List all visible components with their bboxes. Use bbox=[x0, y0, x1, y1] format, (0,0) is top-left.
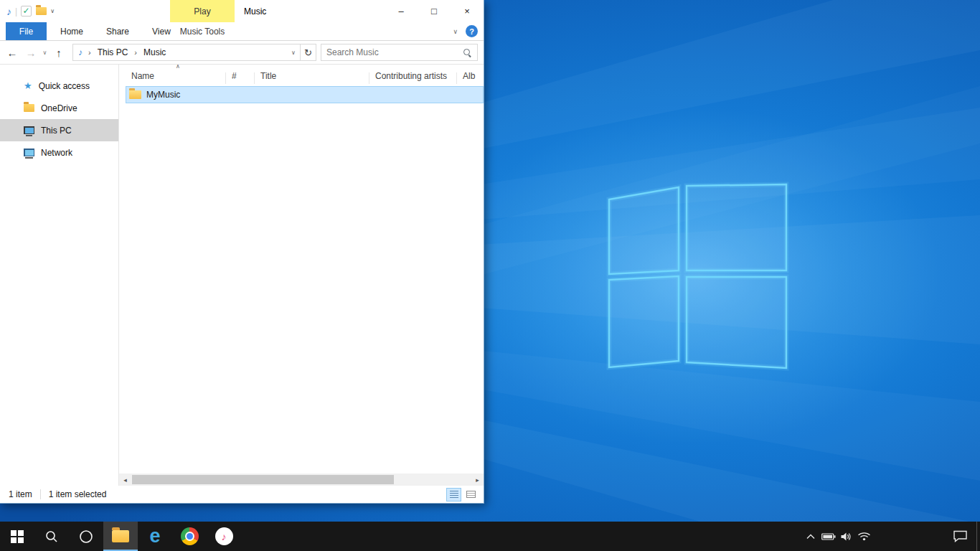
quick-access-folder-icon[interactable] bbox=[36, 7, 47, 15]
taskbar-search-button[interactable] bbox=[34, 522, 69, 551]
horizontal-scrollbar[interactable]: ◂ ▸ bbox=[119, 474, 484, 486]
back-button[interactable]: ← bbox=[3, 44, 22, 61]
chevron-right-icon: › bbox=[87, 48, 93, 57]
sidebar-item-label: OneDrive bbox=[41, 103, 77, 113]
sidebar-item-label: This PC bbox=[41, 126, 72, 136]
column-header-number[interactable]: # bbox=[226, 71, 255, 81]
column-header-album[interactable]: Alb bbox=[457, 71, 484, 81]
status-separator bbox=[40, 489, 41, 499]
search-icon[interactable] bbox=[463, 48, 472, 57]
thumbnails-view-icon bbox=[466, 491, 476, 498]
up-button[interactable]: ↑ bbox=[50, 44, 68, 61]
address-bar[interactable]: ♪ › This PC › Music ∨ bbox=[72, 44, 301, 61]
separator: | bbox=[15, 6, 17, 17]
cortana-icon bbox=[79, 529, 93, 544]
battery-indicator[interactable] bbox=[819, 522, 837, 551]
system-tray bbox=[801, 522, 980, 551]
sort-ascending-icon: ∧ bbox=[176, 63, 180, 70]
contextual-tab-play[interactable]: Play bbox=[170, 0, 235, 22]
selection-count: 1 item selected bbox=[49, 489, 107, 499]
tray-expand-button[interactable] bbox=[801, 522, 819, 551]
music-note-icon: ♪ bbox=[6, 6, 11, 17]
file-list: ∧ Name # Title Contributing artists Alb … bbox=[119, 65, 484, 474]
sidebar-item-label: Network bbox=[41, 148, 72, 158]
window-body: ★ Quick access OneDrive This PC Network bbox=[0, 65, 484, 486]
search-box bbox=[321, 44, 478, 61]
close-button[interactable]: × bbox=[451, 0, 484, 22]
forward-button[interactable]: → bbox=[22, 44, 40, 61]
breadcrumb-music[interactable]: Music bbox=[138, 47, 171, 57]
folder-icon bbox=[129, 90, 141, 99]
start-button[interactable] bbox=[0, 522, 34, 551]
music-note-icon: ♪ bbox=[78, 47, 83, 57]
tab-music-tools[interactable]: Music Tools bbox=[170, 22, 235, 40]
network-icon bbox=[24, 149, 34, 156]
action-center-icon bbox=[953, 530, 968, 542]
cortana-button[interactable] bbox=[69, 522, 103, 551]
show-desktop-button[interactable] bbox=[976, 522, 980, 551]
action-center-button[interactable] bbox=[943, 522, 976, 551]
details-view-icon bbox=[450, 491, 458, 498]
ribbon-tab-row: File Home Share View Music Tools ∨ ? bbox=[0, 22, 484, 41]
navigation-bar: ← → ∨ ↑ ♪ › This PC › Music ∨ ↻ bbox=[0, 41, 484, 65]
taskbar: e ♪ bbox=[0, 522, 980, 551]
sidebar-item-label: Quick access bbox=[39, 81, 90, 91]
address-dropdown-caret-icon[interactable]: ∨ bbox=[287, 50, 300, 56]
taskbar-chrome-button[interactable] bbox=[172, 522, 207, 551]
refresh-button[interactable]: ↻ bbox=[301, 44, 316, 61]
view-toggles bbox=[446, 488, 479, 501]
taskbar-edge-button[interactable]: e bbox=[138, 522, 172, 551]
speaker-icon bbox=[840, 532, 852, 542]
windows-logo-icon bbox=[11, 530, 24, 543]
file-row-mymusic[interactable]: MyMusic bbox=[126, 86, 484, 103]
wifi-icon bbox=[857, 532, 871, 541]
maximize-button[interactable]: □ bbox=[418, 0, 451, 22]
sidebar-item-network[interactable]: Network bbox=[0, 141, 118, 164]
window-controls: – □ × bbox=[385, 0, 484, 22]
file-explorer-window: ♪ | ✓ ∨ Play Music – □ × File Home Share… bbox=[0, 0, 484, 504]
breadcrumb-this-pc[interactable]: This PC bbox=[93, 47, 133, 57]
status-bar: 1 item 1 item selected bbox=[0, 486, 484, 503]
thumbnails-view-button[interactable] bbox=[463, 488, 479, 501]
tab-home[interactable]: Home bbox=[51, 22, 93, 40]
minimize-button[interactable]: – bbox=[385, 0, 418, 22]
edge-icon: e bbox=[149, 527, 160, 546]
star-icon: ★ bbox=[24, 80, 32, 91]
chevron-right-icon: › bbox=[133, 48, 138, 57]
file-name: MyMusic bbox=[146, 90, 180, 100]
scroll-left-arrow-icon[interactable]: ◂ bbox=[119, 474, 131, 486]
tab-share[interactable]: Share bbox=[97, 22, 138, 40]
recent-locations-caret-icon[interactable]: ∨ bbox=[40, 50, 50, 56]
network-indicator[interactable] bbox=[855, 522, 873, 551]
details-view-button[interactable] bbox=[446, 488, 461, 501]
column-header-contributing-artists[interactable]: Contributing artists bbox=[369, 71, 457, 81]
scrollbar-thumb[interactable] bbox=[132, 475, 394, 484]
taskbar-itunes-button[interactable]: ♪ bbox=[207, 522, 241, 551]
taskbar-file-explorer-button[interactable] bbox=[103, 522, 138, 551]
chrome-icon bbox=[181, 527, 199, 545]
itunes-icon: ♪ bbox=[215, 527, 233, 545]
battery-icon bbox=[821, 532, 836, 541]
file-pane: ∧ Name # Title Contributing artists Alb … bbox=[119, 65, 484, 486]
quick-access-toolbar-caret-icon[interactable]: ∨ bbox=[50, 8, 55, 14]
file-explorer-icon bbox=[112, 530, 129, 542]
scrollbar-track[interactable] bbox=[131, 474, 471, 486]
ribbon-collapse-caret-icon[interactable]: ∨ bbox=[453, 28, 458, 35]
help-button[interactable]: ? bbox=[466, 25, 478, 37]
column-header-title[interactable]: Title bbox=[255, 71, 369, 81]
tab-file[interactable]: File bbox=[6, 22, 47, 40]
sidebar-item-this-pc[interactable]: This PC bbox=[0, 119, 118, 141]
quick-access-check-icon[interactable]: ✓ bbox=[21, 6, 32, 17]
computer-icon bbox=[24, 126, 34, 134]
volume-indicator[interactable] bbox=[837, 522, 855, 551]
column-header-name[interactable]: Name bbox=[126, 71, 226, 81]
title-bar: ♪ | ✓ ∨ Play Music – □ × bbox=[0, 0, 484, 22]
scroll-right-arrow-icon[interactable]: ▸ bbox=[471, 474, 484, 486]
sidebar-item-onedrive[interactable]: OneDrive bbox=[0, 97, 118, 119]
onedrive-folder-icon bbox=[24, 104, 34, 112]
screen: ♪ | ✓ ∨ Play Music – □ × File Home Share… bbox=[0, 0, 980, 551]
search-input[interactable] bbox=[326, 47, 463, 57]
window-title: Music bbox=[244, 6, 266, 17]
column-headers: ∧ Name # Title Contributing artists Alb bbox=[126, 65, 484, 85]
sidebar-item-quick-access[interactable]: ★ Quick access bbox=[0, 75, 118, 97]
